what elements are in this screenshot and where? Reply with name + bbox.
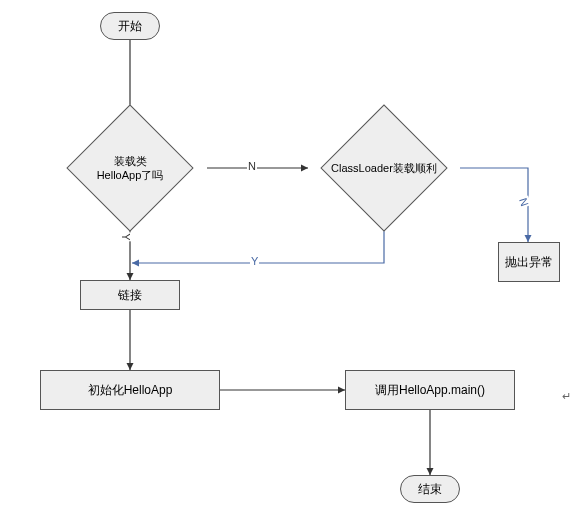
- node-end: 结束: [400, 475, 460, 503]
- node-link-label: 链接: [118, 287, 142, 304]
- edge-label-loaded-yes: Y: [120, 232, 132, 241]
- node-throw-exception-label: 抛出异常: [505, 254, 553, 271]
- node-start-label: 开始: [118, 18, 142, 35]
- node-call-main: 调用HelloApp.main(): [345, 370, 515, 410]
- edge-label-classloader-no: N: [517, 195, 531, 208]
- edges-layer: [0, 0, 574, 521]
- node-throw-exception: 抛出异常: [498, 242, 560, 282]
- node-call-main-label: 调用HelloApp.main(): [375, 382, 485, 399]
- flowchart-canvas: 开始 装载类 HelloApp了吗 ClassLoader装载顺利 抛出异常 链…: [0, 0, 574, 521]
- node-decision-loaded: 装载类 HelloApp了吗: [85, 123, 175, 213]
- footnote-mark: ↵: [562, 390, 571, 403]
- node-decision-classloader: ClassLoader装载顺利: [339, 123, 429, 213]
- edge-label-loaded-no: N: [247, 160, 257, 172]
- node-init-label: 初始化HelloApp: [88, 382, 173, 399]
- node-init: 初始化HelloApp: [40, 370, 220, 410]
- node-end-label: 结束: [418, 481, 442, 498]
- node-start: 开始: [100, 12, 160, 40]
- edge-label-classloader-yes: Y: [250, 255, 259, 267]
- node-link: 链接: [80, 280, 180, 310]
